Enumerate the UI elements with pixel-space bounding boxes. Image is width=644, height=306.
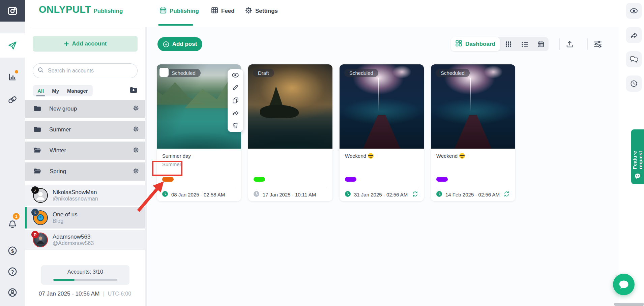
help-question-icon[interactable]: ? [0, 262, 25, 281]
horizontal-scrollbar-thumb[interactable] [614, 303, 644, 306]
repeat-icon[interactable] [412, 191, 418, 198]
feedback-smiley-icon [634, 173, 641, 181]
live-chat-button[interactable] [613, 274, 635, 295]
tab-feed[interactable]: Feed [211, 7, 235, 16]
edit-pencil-icon[interactable] [232, 84, 239, 91]
post-image-fireworks[interactable]: Scheduled [431, 64, 515, 149]
divider [559, 38, 560, 50]
group-row-spring[interactable]: Spring [25, 162, 145, 181]
delete-trash-icon[interactable] [232, 122, 238, 129]
post-select-checkbox[interactable] [159, 68, 169, 77]
notifications-bell-icon[interactable]: 1 [0, 215, 25, 234]
folder-open-icon [34, 168, 41, 176]
grid-table-icon [211, 7, 218, 16]
post-card-draft[interactable]: Draft 17 Jan 2025 - 10:11 AM [248, 64, 332, 201]
view-grid-icon[interactable] [501, 37, 516, 51]
comments-bubbles-icon[interactable] [626, 51, 642, 67]
duplicate-copy-icon[interactable] [232, 97, 239, 103]
account-handle: Blog [53, 218, 78, 224]
clock-icon [345, 191, 351, 198]
folder-closed-icon [34, 126, 41, 134]
account-handle: @nikolassnowman [53, 196, 98, 202]
separator: | [103, 290, 104, 297]
post-date: 31 Jan 2025 - 02:56 AM [354, 192, 409, 197]
divider [587, 38, 588, 50]
post-title: Weekend [345, 152, 418, 159]
repeat-icon[interactable] [503, 191, 510, 198]
post-date: 17 Jan 2025 - 10:11 AM [263, 192, 327, 197]
avatar: t [34, 211, 47, 224]
paper-plane-icon[interactable] [0, 33, 25, 58]
search-input[interactable] [47, 67, 126, 74]
view-calendar-icon[interactable] [533, 37, 549, 51]
filters-sliders-icon[interactable] [591, 39, 605, 49]
billing-dollar-icon[interactable]: $ [0, 241, 25, 260]
group-settings-gear-icon[interactable] [133, 168, 139, 175]
group-name: Spring [50, 168, 66, 175]
clock-icon [162, 191, 168, 198]
share-arrow-icon[interactable] [232, 110, 239, 116]
logo-text: ONLYPULT [39, 4, 91, 15]
add-post-button[interactable]: Add post [157, 37, 202, 51]
plus-circle-icon [163, 41, 169, 48]
tab-my[interactable]: My [52, 86, 59, 96]
tab-publishing[interactable]: Publishing [159, 7, 199, 16]
view-list-icon[interactable] [517, 37, 532, 51]
folder-closed-icon [34, 105, 41, 113]
account-row-nikolassnowman[interactable]: ♪ NikolasSnowMan @nikolassnowman [25, 185, 145, 206]
history-clock-icon[interactable] [626, 75, 642, 92]
group-settings-gear-icon[interactable] [133, 126, 139, 133]
avatar: P [34, 233, 47, 247]
preview-eye-icon[interactable] [232, 72, 239, 78]
add-account-button[interactable]: Add account [33, 36, 138, 52]
group-row-summer[interactable]: Summer [25, 121, 145, 139]
feature-request-tab[interactable]: Feature request [631, 129, 644, 184]
post-image-lake[interactable]: Scheduled [157, 64, 241, 149]
analytics-chart-icon[interactable] [0, 67, 25, 86]
post-image-fireworks[interactable]: Scheduled [340, 64, 424, 149]
search-box[interactable] [33, 63, 138, 78]
active-tab-underline [158, 24, 193, 26]
account-filter-tabs: All My Manager [33, 85, 93, 96]
post-card-summer-day[interactable]: Scheduled Summer day Summer 08 Jan 2025 … [157, 64, 241, 201]
tab-all[interactable]: All [37, 86, 44, 96]
post-tag [436, 159, 510, 173]
status-badge: Draft [253, 69, 274, 77]
account-name: NikolasSnowMan [53, 189, 98, 196]
dashboard-icon [456, 40, 462, 48]
label-color-pill[interactable] [162, 177, 174, 182]
avatar: ♪ [34, 189, 47, 202]
accounts-progress-fill [53, 279, 75, 281]
group-row-new-group[interactable]: New group [25, 100, 145, 118]
post-card-weekend-2[interactable]: Scheduled Weekend 14 Feb 2025 - 02:56 AM [431, 64, 515, 201]
post-action-bar [228, 69, 243, 132]
account-row-adamsnow563[interactable]: P Adamsnow563 @Adamsnow563 [25, 230, 145, 250]
group-settings-gear-icon[interactable] [133, 147, 139, 154]
add-folder-icon[interactable] [129, 86, 138, 95]
label-color-pill[interactable] [345, 177, 356, 182]
status-badge: Scheduled [344, 69, 378, 77]
preview-eye-icon[interactable] [626, 3, 642, 19]
post-image-storm[interactable]: Draft [248, 64, 332, 149]
group-settings-gear-icon[interactable] [133, 105, 139, 113]
tab-manager[interactable]: Manager [67, 86, 88, 96]
account-row-one-of-us[interactable]: t One of us Blog [25, 207, 145, 228]
post-card-weekend-1[interactable]: Scheduled Weekend 31 Jan 2025 - 02:56 AM [340, 64, 424, 201]
view-dashboard-button[interactable]: Dashboard [451, 37, 500, 51]
label-color-pill[interactable] [254, 177, 265, 182]
group-name: New group [49, 105, 77, 112]
label-color-pill[interactable] [436, 177, 448, 182]
tiktok-badge-icon: ♪ [31, 186, 39, 194]
camera-icon[interactable] [0, 0, 25, 22]
post-tag [254, 159, 327, 173]
analytics-notification-dot [15, 70, 18, 73]
tab-settings[interactable]: Settings [245, 7, 278, 16]
profile-person-icon[interactable] [0, 283, 25, 302]
group-row-winter[interactable]: Winter [25, 142, 145, 160]
datetime-text: 07 Jan 2025 - 10:56 AM [39, 290, 100, 297]
export-upload-icon[interactable] [562, 39, 577, 49]
current-datetime: 07 Jan 2025 - 10:56 AM | UTC-6:00 [25, 290, 145, 297]
links-chain-icon[interactable] [0, 90, 25, 109]
share-arrow-icon[interactable] [626, 27, 642, 43]
search-icon [38, 67, 44, 74]
